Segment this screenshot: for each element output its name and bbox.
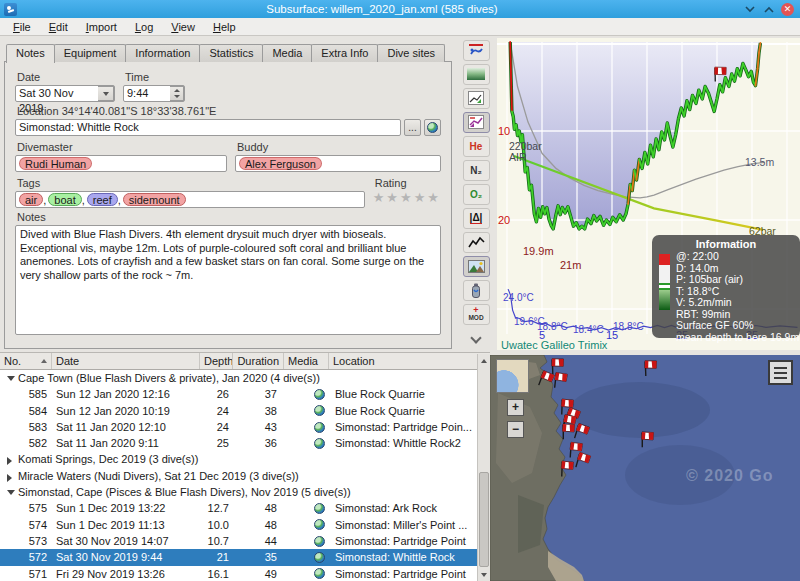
ruler-icon[interactable]: |Δ|	[463, 208, 490, 229]
menu-bar: FileEditImportLogViewHelp	[0, 18, 800, 36]
map-attribution: © 2020 Go	[686, 467, 774, 485]
location-more-button[interactable]: ...	[404, 119, 421, 136]
dive-row-583[interactable]: 583Sat 11 Jan 2020 12:102443Simonstad: P…	[0, 419, 490, 435]
column-header-media[interactable]: Media	[284, 353, 329, 369]
rating-stars[interactable]: ★★★★★	[373, 191, 441, 204]
dive-profile-panel: HeN₂O₂|Δ|+MOD 10205152535Uwatec Galileo …	[455, 36, 800, 352]
tab-equipment[interactable]: Equipment	[54, 44, 127, 62]
collapse-trip-icon[interactable]	[7, 490, 15, 495]
info-line: @: 22:00	[676, 251, 794, 263]
divemaster-input[interactable]: Rudi Human	[15, 155, 227, 172]
dive-row-574[interactable]: 574Sun 1 Dec 2019 11:1310.048Simonstad: …	[0, 517, 490, 533]
dive-notes-panel: NotesEquipmentInformationStatisticsMedia…	[0, 36, 455, 352]
tab-statistics[interactable]: Statistics	[199, 44, 263, 62]
tag-pill: air	[19, 193, 43, 206]
info-line: V: 5.2m/min	[676, 297, 794, 309]
info-line: P: 105bar (air)	[676, 274, 794, 286]
menu-import[interactable]: Import	[77, 18, 126, 36]
info-line: mean depth to here 16.9m	[676, 332, 794, 344]
dive-computer-icon[interactable]	[463, 40, 490, 61]
column-header-date[interactable]: Date	[52, 353, 200, 369]
svg-text:18.8°C: 18.8°C	[537, 321, 568, 332]
dive-row-572[interactable]: 572Sat 30 Nov 2019 9:442135Simonstad: Wh…	[0, 549, 490, 565]
svg-text:21m: 21m	[560, 259, 581, 271]
time-spinner[interactable]: 9:44	[123, 85, 185, 102]
tab-dive-sites[interactable]: Dive sites	[377, 44, 445, 62]
trip-group-row[interactable]: Komati Springs, Dec 2019 (3 dive(s))	[0, 451, 490, 467]
dive-row-585[interactable]: 585Sun 12 Jan 2020 12:162637Blue Rock Qu…	[0, 386, 490, 402]
partial-pressure-graph-icon[interactable]	[463, 64, 490, 85]
menu-log[interactable]: Log	[126, 18, 162, 36]
profile-info-tooltip: Information @: 22:00D: 14.0mP: 105bar (a…	[652, 235, 800, 338]
tab-information[interactable]: Information	[125, 44, 200, 62]
heart-rate-icon[interactable]	[463, 232, 490, 253]
globe-icon	[314, 405, 325, 416]
time-spinner-arrows[interactable]	[170, 86, 184, 101]
svg-text:18.8°C: 18.8°C	[613, 321, 644, 332]
map-menu-button[interactable]	[768, 360, 793, 385]
column-header-dur[interactable]: Duration	[233, 353, 284, 369]
location-input[interactable]: Simonstad: Whittle Rock	[15, 119, 401, 136]
dive-list-scrollbar[interactable]	[477, 354, 490, 581]
collapse-trip-icon[interactable]	[7, 376, 15, 381]
dc-reported-ceiling-icon[interactable]	[463, 112, 490, 133]
mod-icon[interactable]: +MOD	[463, 304, 490, 325]
notes-textarea[interactable]: Dived with Blue Flash Divers. 4th elemen…	[15, 225, 441, 335]
trip-group-row[interactable]: Cape Town (Blue Flash Divers & private),…	[0, 370, 490, 386]
date-label: Date	[17, 71, 115, 83]
buddy-input[interactable]: Alex Ferguson	[235, 155, 441, 172]
expand-trip-icon[interactable]	[7, 457, 12, 465]
toggle-o2-icon[interactable]: O₂	[463, 184, 490, 205]
dive-row-582[interactable]: 582Sat 11 Jan 2020 9:112536Simonstad: Wh…	[0, 435, 490, 451]
map-overview-inset[interactable]	[496, 359, 529, 393]
scroll-down-icon[interactable]	[481, 573, 487, 577]
column-header-loc[interactable]: Location	[329, 353, 490, 369]
window-title: Subsurface: willem_2020_jan.xml (585 div…	[21, 3, 743, 15]
menu-edit[interactable]: Edit	[40, 18, 77, 36]
column-header-depth[interactable]: Depth	[200, 353, 233, 369]
date-select[interactable]: Sat 30 Nov 2019	[15, 85, 115, 102]
minimize-button[interactable]	[743, 3, 756, 16]
toggle-he-icon[interactable]: He	[463, 136, 490, 157]
dive-row-573[interactable]: 573Sat 30 Nov 2019 14:0710.744Simonstad:…	[0, 533, 490, 549]
column-header-no[interactable]: No.	[0, 353, 52, 369]
calculated-ceiling-icon[interactable]	[463, 88, 490, 109]
date-dropdown-arrow-icon[interactable]	[98, 86, 114, 101]
toggle-n2-icon[interactable]: N₂	[463, 160, 490, 181]
app-icon	[4, 3, 17, 16]
maximize-button[interactable]	[762, 3, 775, 16]
map-zoom-in-button[interactable]: +	[507, 399, 524, 416]
close-button[interactable]: ✕	[781, 3, 794, 16]
sort-ascending-icon	[41, 359, 47, 363]
tags-input[interactable]: air,boat,reef,sidemount	[15, 191, 365, 208]
show-photos-icon[interactable]	[463, 256, 490, 277]
location-globe-button[interactable]	[424, 119, 441, 136]
dive-list-table: No.DateDepthDurationMediaLocation Cape T…	[0, 352, 490, 581]
dive-row-571[interactable]: 571Fri 29 Nov 2019 13:2616.149Simonstad:…	[0, 566, 490, 581]
rating-label: Rating	[375, 177, 441, 189]
info-line: Surface GF 60%	[676, 320, 794, 332]
svg-text:19.9m: 19.9m	[523, 245, 554, 257]
tank-bar-icon[interactable]	[463, 280, 490, 301]
trip-group-row[interactable]: Miracle Waters (Nudi Divers), Sat 21 Dec…	[0, 468, 490, 484]
scrollbar-thumb[interactable]	[479, 472, 489, 567]
dive-row-575[interactable]: 575Sun 1 Dec 2019 13:2212.748Simonstad: …	[0, 500, 490, 516]
menu-view[interactable]: View	[162, 18, 204, 36]
collapse-toolbar-icon[interactable]	[470, 332, 481, 343]
notes-label: Notes	[17, 211, 441, 223]
map-zoom-out-button[interactable]: −	[507, 421, 524, 438]
menu-help[interactable]: Help	[204, 18, 245, 36]
globe-icon	[314, 568, 325, 579]
scroll-up-icon[interactable]	[481, 359, 487, 363]
info-legend	[659, 254, 670, 310]
tab-extra-info[interactable]: Extra Info	[311, 44, 378, 62]
tab-media[interactable]: Media	[262, 44, 312, 62]
dive-sites-map[interactable]: + − © 2020 Go	[490, 355, 800, 581]
tags-label: Tags	[17, 177, 365, 189]
trip-group-row[interactable]: Simonstad, Cape (Pisces & Blue Flash Div…	[0, 484, 490, 500]
globe-icon	[314, 503, 325, 514]
dive-row-584[interactable]: 584Sun 12 Jan 2020 10:192438Blue Rock Qu…	[0, 403, 490, 419]
expand-trip-icon[interactable]	[7, 474, 12, 482]
tab-notes[interactable]: Notes	[6, 44, 55, 63]
menu-file[interactable]: File	[4, 18, 40, 36]
